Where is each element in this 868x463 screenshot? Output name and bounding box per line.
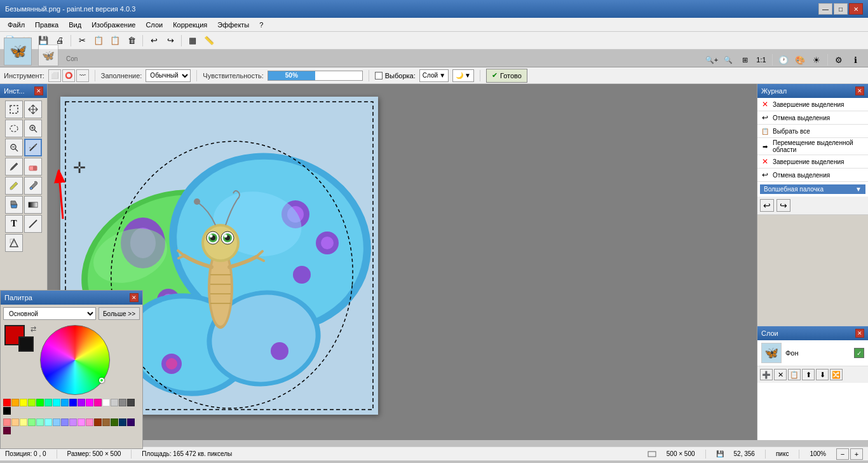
color-swatch[interactable] bbox=[111, 399, 118, 406]
color-swatch[interactable] bbox=[3, 399, 11, 406]
color-wheel-icon[interactable]: 🎨 bbox=[792, 53, 808, 67]
palette-more-button[interactable]: Больше >> bbox=[98, 307, 140, 320]
menu-help[interactable]: ? bbox=[254, 20, 268, 30]
layer-move-up-btn[interactable]: ⬆ bbox=[802, 369, 815, 380]
settings-icon[interactable]: ⚙ bbox=[831, 53, 846, 67]
tool-paintbucket[interactable] bbox=[5, 196, 23, 214]
layers-close-button[interactable]: ✕ bbox=[855, 329, 864, 338]
menu-effects[interactable]: Эффекты bbox=[212, 20, 254, 30]
layer-merge-btn[interactable]: 🔀 bbox=[830, 369, 843, 380]
color-swatch[interactable] bbox=[61, 399, 69, 406]
undo-button[interactable]: ↩ bbox=[146, 34, 161, 48]
clock-icon[interactable]: 🕐 bbox=[776, 53, 791, 67]
minimize-button[interactable]: — bbox=[818, 3, 832, 15]
color-swatch[interactable] bbox=[3, 427, 11, 434]
paste-button[interactable]: 📋 bbox=[107, 34, 123, 48]
ruler-button[interactable]: 📏 bbox=[201, 34, 217, 48]
tool-rect-select[interactable] bbox=[5, 100, 23, 118]
color-swatch[interactable] bbox=[11, 399, 19, 406]
delete-button[interactable]: 🗑 bbox=[124, 34, 139, 48]
canvas-area[interactable]: ✛ bbox=[48, 84, 757, 440]
menu-image[interactable]: Изображение bbox=[86, 20, 140, 30]
tool-paintbrush[interactable] bbox=[5, 158, 23, 176]
color-swatch[interactable] bbox=[119, 399, 126, 406]
secondary-color-swatch[interactable] bbox=[18, 336, 34, 352]
color-swatch[interactable] bbox=[20, 399, 27, 406]
sensitivity-progress[interactable]: 50% bbox=[268, 71, 363, 81]
layer-item[interactable]: 🦋 Фон ✓ bbox=[757, 340, 868, 366]
copy-button[interactable]: 📋 bbox=[91, 34, 106, 48]
tool-gradient[interactable] bbox=[24, 196, 42, 214]
layer-dropdown[interactable]: Слой ▼ bbox=[419, 69, 449, 82]
layer-delete-btn[interactable]: ✕ bbox=[774, 369, 787, 380]
tool-zoom-in[interactable] bbox=[24, 120, 42, 137]
tool-eyedropper[interactable] bbox=[24, 177, 42, 195]
color-swatch[interactable] bbox=[28, 418, 36, 426]
color-swatch[interactable] bbox=[111, 418, 118, 426]
ready-button[interactable]: ✔ Готово bbox=[486, 69, 527, 83]
color-swatch[interactable] bbox=[28, 399, 36, 406]
color-swatch[interactable] bbox=[20, 418, 27, 426]
journal-item[interactable]: ✕ Завершение выделения bbox=[757, 98, 868, 111]
color-swatch[interactable] bbox=[61, 418, 69, 426]
layer-visibility-check[interactable]: ✓ bbox=[854, 348, 864, 358]
wand-dropdown[interactable]: Волшебная палочка ▼ bbox=[760, 184, 865, 194]
zoom-in-tab[interactable]: 🔍+ bbox=[704, 53, 719, 67]
color-swatch[interactable] bbox=[94, 399, 102, 406]
color-swatch[interactable] bbox=[36, 418, 44, 426]
color-swatch[interactable] bbox=[86, 418, 93, 426]
menu-corrections[interactable]: Коррекция bbox=[168, 20, 212, 30]
color-swatch[interactable] bbox=[69, 399, 77, 406]
color-swatch[interactable] bbox=[127, 399, 135, 406]
journal-undo[interactable]: ↩ bbox=[760, 199, 774, 212]
color-swatch[interactable] bbox=[44, 418, 52, 426]
color-swatch[interactable] bbox=[53, 399, 60, 406]
color-wheel[interactable] bbox=[40, 325, 110, 395]
color-swatch[interactable] bbox=[102, 418, 110, 426]
zoom-fit-tab[interactable]: ⊞ bbox=[737, 53, 752, 67]
journal-item[interactable]: ↩ Отмена выделения bbox=[757, 169, 868, 182]
menu-edit[interactable]: Правка bbox=[30, 20, 64, 30]
layer-duplicate-btn[interactable]: 📋 bbox=[788, 369, 801, 380]
palette-close-button[interactable]: ✕ bbox=[130, 293, 139, 302]
tool-pencil[interactable] bbox=[5, 177, 23, 195]
color-swatch[interactable] bbox=[94, 418, 102, 426]
zoom-out-status[interactable]: − bbox=[836, 448, 849, 460]
info-icon[interactable]: ℹ bbox=[848, 53, 863, 67]
color-swatch[interactable] bbox=[53, 418, 60, 426]
color-swatch[interactable] bbox=[78, 418, 85, 426]
journal-item[interactable]: 📋 Выбрать все bbox=[757, 125, 868, 138]
color-swatch[interactable] bbox=[78, 399, 85, 406]
color-swatch[interactable] bbox=[3, 418, 11, 426]
journal-close-button[interactable]: ✕ bbox=[855, 86, 864, 95]
color-swatch[interactable] bbox=[44, 399, 52, 406]
color-swatch[interactable] bbox=[3, 407, 11, 415]
menu-layers[interactable]: Слои bbox=[140, 20, 168, 30]
close-button[interactable]: ✕ bbox=[849, 3, 863, 15]
color-swatch[interactable] bbox=[36, 399, 44, 406]
tool-lasso[interactable] bbox=[5, 120, 23, 137]
journal-item[interactable]: ➡ Перемещение выделенной области bbox=[757, 138, 868, 155]
selection-checkbox[interactable] bbox=[375, 72, 383, 79]
menu-view[interactable]: Вид bbox=[64, 20, 86, 30]
zoom-in-status[interactable]: + bbox=[850, 448, 863, 460]
tool-magic-wand[interactable]: ✦ bbox=[24, 139, 42, 156]
palette-mode-select[interactable]: Основной bbox=[3, 307, 96, 320]
color-swatch[interactable] bbox=[127, 418, 135, 426]
color-swatch[interactable] bbox=[102, 399, 110, 406]
zoom-100-tab[interactable]: 1:1 bbox=[754, 53, 769, 67]
tools-close-button[interactable]: ✕ bbox=[34, 86, 43, 95]
cut-button[interactable]: ✂ bbox=[74, 34, 90, 48]
tool-text[interactable]: T bbox=[5, 215, 23, 233]
menu-file[interactable]: Файл bbox=[3, 20, 30, 30]
color-swatch[interactable] bbox=[86, 399, 93, 406]
maximize-button[interactable]: □ bbox=[834, 3, 848, 15]
tool-shapes[interactable] bbox=[5, 234, 23, 252]
brightness-icon[interactable]: ☀ bbox=[809, 53, 824, 67]
tool-mode-rect[interactable]: ⬜ bbox=[48, 69, 61, 82]
swap-colors-icon[interactable]: ⇄ bbox=[31, 325, 36, 333]
layer-mode-dropdown[interactable]: 🌙 ▼ bbox=[452, 69, 474, 82]
journal-redo[interactable]: ↪ bbox=[776, 199, 790, 212]
fill-select[interactable]: Обычный bbox=[146, 69, 191, 82]
grid-button[interactable]: ▦ bbox=[185, 34, 200, 48]
